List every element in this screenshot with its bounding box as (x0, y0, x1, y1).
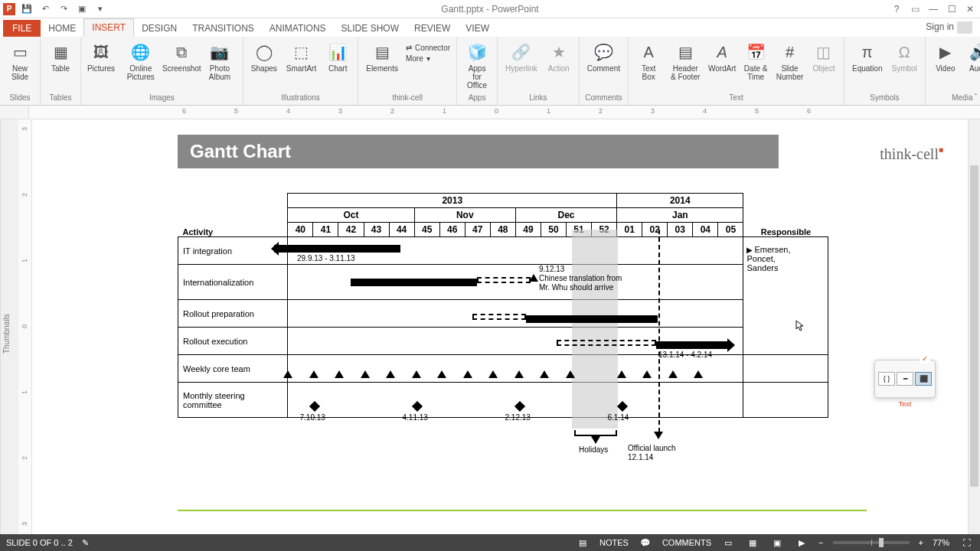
thumbnails-panel[interactable]: Thumbnails (0, 119, 18, 548)
video-button[interactable]: ▶Video (930, 40, 961, 74)
avatar-placeholder-icon (957, 21, 972, 34)
connector-button[interactable]: ⇄Connector (404, 43, 452, 53)
float-check-icon[interactable]: ✓ (920, 353, 930, 364)
notes-button[interactable]: NOTES (599, 538, 629, 547)
close-icon[interactable]: ✕ (962, 2, 978, 17)
gantt-chart[interactable]: Activity 2013 2014 Responsible OctNovDec… (178, 193, 828, 418)
symbol-button[interactable]: ΩSymbol (888, 40, 920, 74)
tab-insert[interactable]: INSERT (83, 18, 134, 37)
tab-animations[interactable]: ANIMATIONS (262, 20, 334, 37)
table-button[interactable]: ▦Table (45, 40, 76, 74)
slide-canvas[interactable]: Gantt Chart think-cell■ Activity 2013 20… (32, 119, 968, 548)
elements-button[interactable]: ▤Elements (363, 40, 401, 74)
ribbon-display-icon[interactable]: ▭ (906, 2, 923, 17)
float-bar-icon[interactable]: ━ (897, 372, 913, 386)
header-footer-icon: ▤ (675, 41, 696, 63)
month-header: Oct (288, 208, 414, 223)
vertical-scrollbar[interactable] (968, 119, 980, 548)
object-button[interactable]: ◫Object (808, 40, 839, 74)
save-icon[interactable]: 💾 (20, 2, 34, 16)
slide-number-button[interactable]: #Slide Number (774, 40, 805, 83)
float-process-icon[interactable]: ⬛ (915, 372, 932, 386)
scrollbar-thumb[interactable] (970, 165, 978, 487)
week-header: 47 (465, 223, 490, 237)
slideshow-qat-icon[interactable]: ▣ (75, 2, 89, 16)
ruler-mark: 6 (182, 107, 186, 115)
normal-view-icon[interactable]: ▭ (720, 536, 736, 549)
undo-icon[interactable]: ↶ (38, 2, 52, 16)
audio-button[interactable]: 🔊Audio (964, 40, 980, 74)
zoom-value[interactable]: 77% (933, 538, 949, 547)
week-header: 49 (515, 223, 541, 237)
sorter-view-icon[interactable]: ▦ (745, 536, 760, 549)
date-time-button[interactable]: 📅Date & Time (740, 40, 771, 83)
reading-view-icon[interactable]: ▣ (769, 536, 785, 549)
redo-icon[interactable]: ↷ (57, 2, 70, 16)
tab-review[interactable]: REVIEW (407, 20, 458, 37)
maximize-icon[interactable]: ☐ (943, 2, 960, 17)
zoom-out-button[interactable]: − (818, 538, 823, 547)
smartart-button[interactable]: ⬚SmartArt (283, 40, 319, 74)
audio-icon: 🔊 (969, 41, 980, 63)
slideshow-view-icon[interactable]: ▶ (794, 536, 809, 549)
comment-button[interactable]: 💬Comment (584, 40, 623, 74)
official-launch-line (658, 230, 660, 432)
wordart-button[interactable]: AWordArt (707, 40, 737, 74)
signin-link[interactable]: Sign in (926, 21, 972, 34)
month-header: Nov (414, 208, 515, 223)
week-header: 40 (288, 223, 313, 237)
action-icon: ★ (548, 41, 570, 63)
shapes-button[interactable]: ◯Shapes (248, 40, 280, 74)
ribbon: ▭New Slide Slides ▦Table Tables 🖼Picture… (0, 37, 980, 106)
collapse-ribbon-icon[interactable]: ˆ (975, 93, 977, 102)
qat-customize-icon[interactable]: ▾ (93, 2, 107, 16)
apps-button[interactable]: 🧊Apps for Office (462, 40, 492, 91)
group-images-label: Images (149, 93, 175, 103)
photo-album-button[interactable]: 📷Photo Album (201, 40, 238, 83)
slide[interactable]: Gantt Chart think-cell■ Activity 2013 20… (178, 135, 867, 517)
pictures-button[interactable]: 🖼Pictures (86, 40, 116, 74)
spellcheck-icon[interactable]: ✎ (82, 538, 89, 548)
more-button[interactable]: More ▾ (404, 54, 452, 64)
screenshot-icon: ⧉ (171, 41, 192, 63)
ruler-mark: 2 (599, 107, 603, 115)
help-icon[interactable]: ? (888, 2, 905, 17)
app-icon: P (3, 3, 15, 15)
thinkcell-float-toolbar[interactable]: ✓ { } ━ ⬛ Text (874, 360, 936, 398)
photo-album-icon: 📷 (209, 41, 230, 63)
tab-file[interactable]: FILE (3, 20, 41, 37)
float-bracket-icon[interactable]: { } (878, 372, 895, 386)
week-header: 46 (439, 223, 465, 237)
notes-icon[interactable]: ▤ (575, 536, 590, 549)
comments-status-button[interactable]: COMMENTS (662, 538, 711, 547)
online-pictures-button[interactable]: 🌐Online Pictures (119, 40, 162, 83)
equation-button[interactable]: πEquation (849, 40, 885, 74)
action-button[interactable]: ★Action (544, 40, 574, 74)
new-slide-button[interactable]: ▭New Slide (5, 40, 35, 83)
ruler-mark-v: 0 (21, 324, 28, 328)
zoom-handle[interactable] (879, 538, 884, 547)
hyperlink-button[interactable]: 🔗Hyperlink (502, 40, 541, 74)
row-internationalization: Internationalization (178, 265, 288, 300)
screenshot-button[interactable]: ⧉Screenshot (165, 40, 198, 74)
tab-design[interactable]: DESIGN (134, 20, 185, 37)
year-2014: 2014 (617, 194, 743, 208)
ruler-mark: 2 (390, 107, 394, 115)
minimize-icon[interactable]: — (925, 2, 942, 17)
comments-status-icon[interactable]: 💬 (638, 536, 653, 549)
week-header: 45 (414, 223, 439, 237)
tab-transitions[interactable]: TRANSITIONS (185, 20, 262, 37)
title-bar: P 💾 ↶ ↷ ▣ ▾ Gantt.pptx - PowerPoint ? ▭ … (0, 0, 980, 18)
text-box-button[interactable]: AText Box (633, 40, 664, 83)
tab-slideshow[interactable]: SLIDE SHOW (334, 20, 407, 37)
zoom-slider[interactable] (833, 541, 910, 544)
chart-button[interactable]: 📊Chart (322, 40, 353, 74)
tab-home[interactable]: HOME (41, 20, 83, 37)
thinkcell-logo: think-cell■ (880, 145, 943, 163)
zoom-in-button[interactable]: + (919, 538, 923, 547)
fit-slide-icon[interactable]: ⛶ (959, 536, 974, 549)
week-header: 05 (718, 223, 743, 237)
tab-view[interactable]: VIEW (458, 20, 497, 37)
slide-title: Gantt Chart (178, 135, 779, 168)
header-footer-button[interactable]: ▤Header & Footer (667, 40, 704, 83)
